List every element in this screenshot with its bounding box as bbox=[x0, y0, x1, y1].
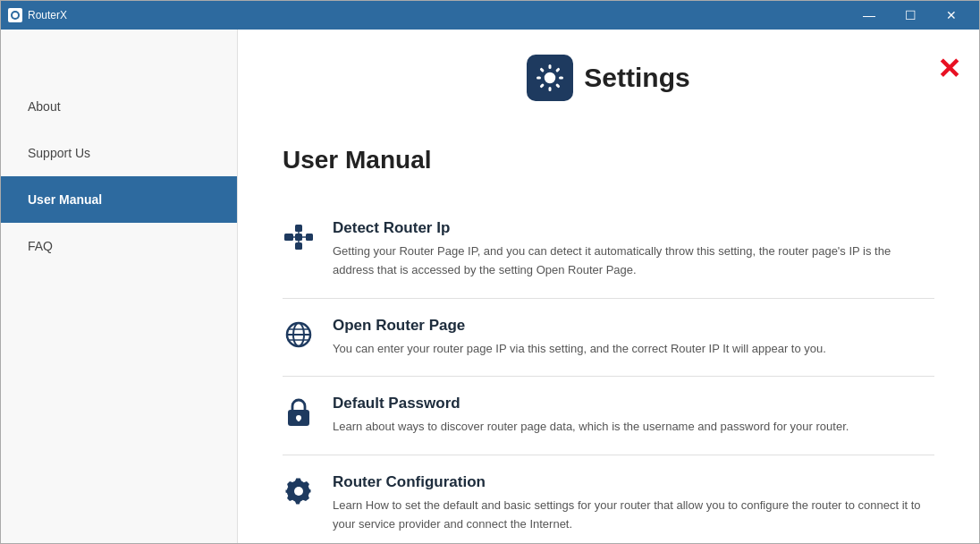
settings-gear-icon bbox=[536, 64, 563, 91]
titlebar-left: RouterX bbox=[8, 8, 67, 22]
section-default-password-title: Default Password bbox=[333, 395, 934, 412]
svg-rect-28 bbox=[298, 418, 300, 421]
content-area: About Support Us User Manual FAQ bbox=[1, 30, 979, 543]
app-window: RouterX — ☐ ✕ About Support Us User Manu… bbox=[0, 0, 980, 544]
titlebar-controls: — ☐ ✕ bbox=[849, 1, 972, 30]
sidebar-item-user-manual[interactable]: User Manual bbox=[1, 176, 237, 223]
svg-rect-8 bbox=[549, 87, 552, 91]
section-open-router-page-title: Open Router Page bbox=[333, 317, 934, 335]
section-open-router-page-desc: You can enter your router page IP via th… bbox=[333, 340, 934, 359]
section-open-router-page: Open Router Page You can enter your rout… bbox=[283, 299, 934, 378]
sidebar: About Support Us User Manual FAQ bbox=[1, 30, 238, 543]
sidebar-item-support-us[interactable]: Support Us bbox=[1, 130, 237, 176]
svg-rect-12 bbox=[284, 234, 293, 241]
settings-title: Settings bbox=[584, 63, 689, 93]
titlebar-title: RouterX bbox=[28, 9, 67, 21]
section-default-password: Default Password Learn about ways to dis… bbox=[283, 377, 934, 455]
svg-rect-15 bbox=[295, 242, 302, 250]
section-detect-router-ip: Detect Router Ip Getting your Router Pag… bbox=[283, 201, 934, 299]
section-default-password-desc: Learn about ways to discover router page… bbox=[333, 418, 934, 437]
router-icon bbox=[283, 221, 315, 253]
section-router-configuration-text: Router Configuration Learn How to set th… bbox=[333, 473, 934, 534]
lock-icon bbox=[283, 396, 315, 429]
close-settings-button[interactable]: ✕ bbox=[937, 55, 961, 83]
settings-header-row: Settings ✕ bbox=[238, 30, 979, 110]
section-router-configuration-title: Router Configuration bbox=[333, 473, 934, 491]
section-default-password-text: Default Password Learn about ways to dis… bbox=[333, 395, 934, 437]
svg-rect-6 bbox=[559, 77, 563, 80]
svg-point-29 bbox=[294, 487, 303, 496]
gear-icon bbox=[283, 475, 315, 507]
titlebar: RouterX — ☐ ✕ bbox=[1, 1, 979, 30]
main-wrapper: Settings ✕ User Manual bbox=[238, 30, 979, 543]
main-content: User Manual bbox=[238, 110, 979, 543]
globe-icon bbox=[283, 319, 315, 351]
svg-rect-20 bbox=[295, 234, 302, 241]
section-detect-router-ip-desc: Getting your Router Page IP, and you can… bbox=[333, 242, 934, 280]
section-detect-router-ip-title: Detect Router Ip bbox=[333, 219, 934, 237]
svg-rect-4 bbox=[549, 64, 552, 69]
section-open-router-page-text: Open Router Page You can enter your rout… bbox=[333, 317, 934, 359]
close-window-button[interactable]: ✕ bbox=[931, 1, 972, 30]
svg-rect-10 bbox=[536, 77, 541, 80]
sidebar-item-about[interactable]: About bbox=[1, 83, 237, 130]
section-detect-router-ip-text: Detect Router Ip Getting your Router Pag… bbox=[333, 219, 934, 280]
maximize-button[interactable]: ☐ bbox=[890, 1, 931, 30]
svg-rect-14 bbox=[306, 234, 313, 241]
page-title: User Manual bbox=[283, 146, 934, 174]
svg-point-1 bbox=[13, 13, 18, 18]
settings-icon-box bbox=[527, 55, 573, 101]
sidebar-item-faq[interactable]: FAQ bbox=[1, 223, 237, 269]
svg-rect-13 bbox=[295, 225, 302, 232]
app-icon bbox=[8, 8, 22, 22]
minimize-button[interactable]: — bbox=[849, 1, 890, 30]
section-router-configuration: Router Configuration Learn How to set th… bbox=[283, 455, 934, 543]
section-router-configuration-desc: Learn How to set the default and basic s… bbox=[333, 497, 934, 534]
